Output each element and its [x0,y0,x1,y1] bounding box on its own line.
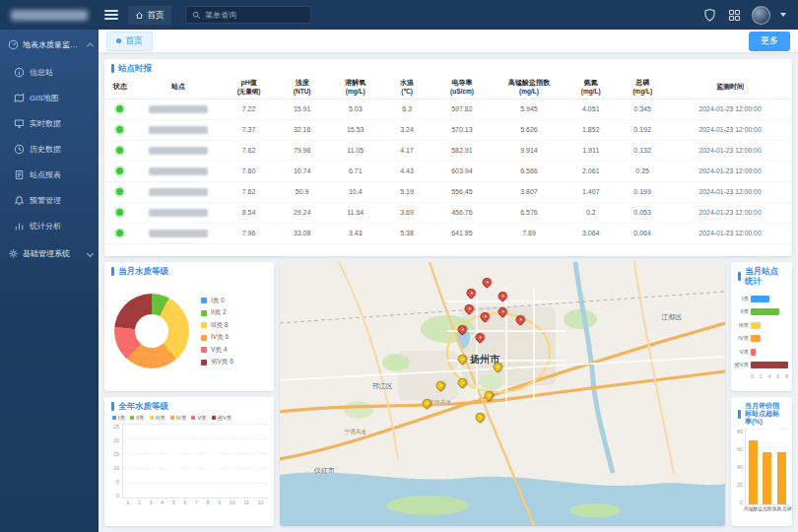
sidebar-group-0[interactable]: 地表水质量监测系统 [0,30,99,59]
legend-item[interactable]: II类 2 [201,308,233,317]
value-cell: 0.2 [565,209,617,216]
value-cell: 0.199 [617,188,668,195]
sidebar: 地表水质量监测系统信息站GIS地图实时数据历史数据站点报表预警管理统计分析基础管… [0,30,99,532]
value-cell: 10.4 [328,188,383,195]
value-cell: 33.08 [276,230,327,236]
legend-item[interactable]: 劣V类 6 [201,358,233,366]
user-avatar[interactable] [752,6,770,25]
table-row[interactable]: 7.6010.746.714.43603.946.5662.0610.25202… [104,162,792,182]
status-cell [104,105,135,113]
column-header: 站点 [135,83,221,92]
menu-search[interactable] [185,6,311,24]
legend-item[interactable]: II类 [130,415,145,422]
home-button[interactable]: 首页 [128,6,171,25]
station-report-title: 站点时报 [118,64,152,74]
monitor-time-cell: 2024-01-23 12:00:00 [668,126,792,133]
table-row[interactable]: 7.6279.9811.054.17582.919.9141.9110.1322… [104,141,792,162]
column-header: 状态 [104,83,135,92]
table-row[interactable]: 7.3732.1615.533.24570.135.6261.8520.1922… [104,120,792,141]
value-cell: 7.89 [493,230,565,236]
tab-home[interactable]: 首页 [106,32,153,51]
value-cell: 3.807 [493,188,565,195]
monitor-time-cell: 2024-01-23 12:00:00 [668,209,792,216]
sidebar-menu: 地表水质量监测系统信息站GIS地图实时数据历史数据站点报表预警管理统计分析基础管… [0,30,99,268]
menu-toggle-icon[interactable] [99,0,124,30]
status-cell [104,147,135,155]
sidebar-item-预警管理[interactable]: 预警管理 [0,187,99,213]
value-cell: 7.37 [222,126,277,133]
value-cell: 0.192 [617,126,668,133]
value-cell: 1.911 [565,147,617,154]
value-cell: 5.945 [493,105,565,112]
apps-grid-icon[interactable] [727,8,742,23]
value-cell: 15.53 [328,126,383,133]
donut-legend: I类 0II类 2III类 8IV类 6V类 4劣V类 6 [201,297,233,367]
table-row[interactable]: 7.2215.915.036.3597.825.9454.0510.345202… [104,100,792,120]
station-name-cell [135,209,221,217]
value-cell: 3.43 [328,230,383,236]
table-row[interactable]: 8.5429.2411.643.69456.766.5760.20.053202… [104,203,792,224]
column-header: 高锰酸盐指数(mg/L) [493,79,565,96]
value-cell: 5.626 [493,126,565,133]
column-header: 电导率(uS/cm) [432,79,494,96]
value-cell: 32.16 [276,126,327,133]
chevron-down-icon[interactable] [780,13,786,17]
station-name-redacted [149,230,207,237]
station-name-redacted [149,167,207,175]
year-chart: 2520151050 [104,424,274,499]
status-cell [104,188,135,196]
title-accent-bar [111,402,114,411]
value-cell: 7.62 [222,188,277,195]
hbar-row-I类: I类 [734,293,788,306]
main-content: 首页 更多 站点时报 状态站点pH值(无量纲)浊度(NTU)溶解氧(mg/L)水… [99,30,798,532]
value-cell: 3.064 [565,230,617,236]
legend-item[interactable]: III类 8 [201,321,233,330]
donut-chart: I类 0II类 2III类 8IV类 6V类 4劣V类 6 [104,280,274,387]
chevron-up-icon [87,42,94,49]
monitor-time-cell: 2024-01-23 12:00:00 [668,147,792,154]
legend-item[interactable]: V类 4 [201,346,233,355]
legend-item[interactable]: I类 [112,415,125,422]
station-name-redacted [149,126,207,134]
title-accent-bar [111,64,114,73]
sidebar-item-信息站[interactable]: 信息站 [0,59,99,85]
sidebar-item-实时数据[interactable]: 实时数据 [0,110,99,136]
legend-item[interactable]: V类 [191,415,206,422]
sidebar-item-历史数据[interactable]: 历史数据 [0,136,99,162]
badge-icon[interactable] [702,8,717,23]
value-cell: 1.407 [565,188,617,195]
column-header: 监测时间 [668,83,792,92]
month-station-title: 当月站点统计 [745,267,785,287]
legend-item[interactable]: IV类 [170,415,187,422]
table-row[interactable]: 7.6250.910.45.19556.453.8071.4070.199202… [104,182,792,203]
sidebar-item-站点报表[interactable]: 站点报表 [0,162,99,187]
legend-item[interactable]: III类 [150,415,166,422]
hbar-row-劣V类: 劣V类 [734,359,788,372]
monitor-time-cell: 2024-01-23 12:00:00 [668,167,792,174]
value-cell: 603.94 [432,167,494,174]
monitor-time-cell: 2024-01-23 12:00:00 [668,230,792,236]
search-input[interactable] [205,11,304,20]
table-header: 状态站点pH值(无量纲)浊度(NTU)溶解氧(mg/L)水温(℃)电导率(uS/… [104,77,792,100]
more-button[interactable]: 更多 [749,32,790,51]
value-cell: 6.576 [493,209,565,216]
vbar-chart: 806040200 [731,429,792,505]
sidebar-group-1[interactable]: 基础管理系统 [0,238,99,268]
year-chart-plot [122,424,268,499]
table-row[interactable]: 7.9633.083.435.38641.957.893.0640.064202… [104,224,792,244]
status-dot-green [116,188,123,195]
value-cell: 11.05 [328,147,383,154]
legend-item[interactable]: 劣V类 [212,415,233,422]
status-dot-green [116,105,123,112]
status-cell [104,167,135,175]
info-icon [14,67,25,78]
sidebar-item-统计分析[interactable]: 统计分析 [0,213,99,238]
sidebar-item-GIS地图[interactable]: GIS地图 [0,85,99,110]
home-icon [135,11,144,20]
value-cell: 6.3 [383,105,432,112]
title-accent-bar [738,410,741,419]
tab-home-label: 首页 [125,34,143,47]
status-dot-green [116,230,123,236]
legend-item[interactable]: I类 0 [201,297,233,305]
legend-item[interactable]: IV类 6 [201,333,233,342]
